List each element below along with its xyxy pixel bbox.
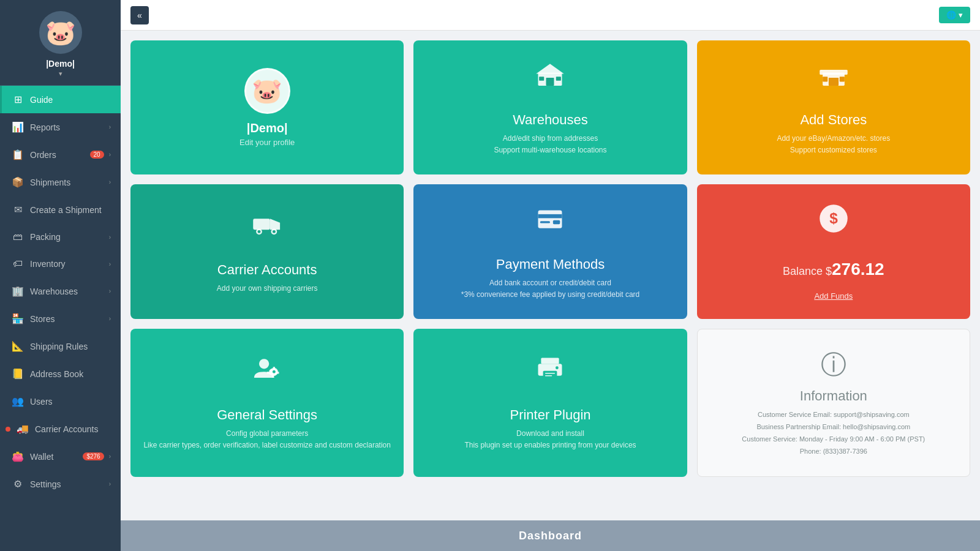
collapse-sidebar-button[interactable]: «	[130, 6, 149, 24]
add-stores-subtitle: Add your eBay/Amazon/etc. stores Support…	[777, 133, 890, 156]
settings-icon: ⚙	[12, 478, 24, 490]
general-settings-subtitle: Config global parameters Like carrier ty…	[143, 428, 391, 451]
wallet-badge: $276	[83, 452, 104, 460]
profile-name: |Demo|	[247, 121, 288, 135]
sidebar-item-label: Reports	[30, 122, 107, 132]
balance-card[interactable]: $ Balance $ 276.12 Add Funds	[697, 184, 970, 319]
warehouses-title: Warehouses	[513, 112, 588, 128]
chevron-right-icon: ›	[109, 261, 111, 268]
chevron-right-icon: ›	[109, 179, 111, 186]
sidebar-item-address-book[interactable]: 📒 Address Book	[0, 360, 121, 388]
sidebar-item-packing[interactable]: 🗃 Packing ›	[0, 223, 121, 250]
chevron-right-icon: ›	[109, 151, 111, 158]
sidebar-item-shipments[interactable]: 📦 Shipments ›	[0, 168, 121, 196]
sidebar-item-reports[interactable]: 📊 Reports ›	[0, 113, 121, 141]
chevron-right-icon: ›	[109, 124, 111, 130]
chevron-right-icon: ›	[109, 453, 111, 460]
sidebar-item-stores[interactable]: 🏪 Stores ›	[0, 305, 121, 332]
stores-icon	[818, 59, 850, 105]
svg-marker-11	[270, 219, 280, 230]
sidebar-item-label: Address Book	[30, 369, 111, 379]
profile-subtitle: Edit your profile	[239, 138, 295, 147]
sidebar-item-inventory[interactable]: 🏷 Inventory ›	[0, 250, 121, 277]
packing-icon: 🗃	[12, 231, 24, 242]
info-circle-icon: ⓘ	[821, 348, 846, 382]
topbar-right: 🌐 ▾	[939, 7, 970, 23]
sidebar-item-carrier-accounts[interactable]: 🚚 Carrier Accounts	[0, 415, 121, 443]
sidebar-item-settings[interactable]: ⚙ Settings ›	[0, 470, 121, 498]
printer-plugin-subtitle: Download and install This plugin set up …	[464, 428, 636, 451]
carrier-accounts-title: Carrier Accounts	[217, 262, 317, 278]
payment-methods-title: Payment Methods	[496, 257, 605, 272]
carrier-accounts-card[interactable]: Carrier Accounts Add your own shipping c…	[130, 184, 404, 319]
topbar: « 🌐 ▾	[121, 0, 980, 31]
balance-amount: 276.12	[832, 260, 884, 279]
svg-text:$: $	[829, 211, 838, 227]
add-funds-link[interactable]: Add Funds	[814, 291, 853, 301]
chevron-right-icon: ›	[109, 234, 111, 241]
bottombar: Dashboard	[121, 520, 980, 551]
dashboard-grid: 🐷 |Demo| Edit your profile Warehouses Ad…	[121, 31, 980, 520]
sidebar-item-label: Shipments	[30, 178, 107, 187]
general-settings-card[interactable]: General Settings Config global parameter…	[130, 329, 404, 476]
main-content: « 🌐 ▾ 🐷 |Demo| Edit your profile	[121, 0, 980, 551]
sidebar-item-label: Create a Shipment	[30, 205, 111, 215]
sidebar-item-label: Orders	[30, 150, 90, 160]
user-dropdown-icon[interactable]: ▾	[59, 70, 62, 78]
chevron-right-icon: ›	[109, 288, 111, 294]
profile-avatar: 🐷	[244, 68, 290, 114]
sidebar-item-orders[interactable]: 📋 Orders 20 ›	[0, 141, 121, 168]
sidebar-item-warehouses[interactable]: 🏢 Warehouses ›	[0, 277, 121, 305]
svg-rect-9	[840, 77, 845, 81]
sidebar-item-wallet[interactable]: 👛 Wallet $276 ›	[0, 443, 121, 470]
profile-card[interactable]: 🐷 |Demo| Edit your profile	[130, 40, 404, 174]
stores-icon: 🏪	[12, 313, 24, 324]
payment-icon	[534, 203, 566, 249]
sidebar-nav: ⊞ Guide 📊 Reports › 📋 Orders 20 › 📦 Ship…	[0, 86, 121, 551]
shipments-icon: 📦	[12, 176, 24, 188]
warehouses-icon: 🏢	[12, 285, 24, 297]
svg-point-15	[273, 230, 276, 233]
guide-icon: ⊞	[12, 94, 24, 105]
add-stores-title: Add Stores	[800, 112, 867, 128]
svg-rect-2	[546, 78, 554, 86]
general-settings-icon	[251, 354, 283, 400]
balance-icon: $	[818, 203, 850, 249]
payment-methods-subtitle: Add bank account or credit/debit card *3…	[461, 277, 640, 301]
printer-plugin-card[interactable]: Printer Plugin Download and install This…	[413, 329, 687, 476]
sidebar-item-shipping-rules[interactable]: 📐 Shipping Rules	[0, 332, 121, 360]
language-selector-button[interactable]: 🌐 ▾	[939, 7, 970, 23]
printer-plugin-title: Printer Plugin	[510, 407, 590, 423]
sidebar-item-label: Settings	[30, 479, 107, 489]
svg-rect-25	[541, 358, 559, 364]
sidebar-item-guide[interactable]: ⊞ Guide	[0, 86, 121, 113]
information-card[interactable]: ⓘ Information Customer Service Email: su…	[697, 329, 970, 476]
avatar: 🐷	[39, 11, 82, 54]
sidebar-item-users[interactable]: 👥 Users	[0, 388, 121, 415]
payment-methods-card[interactable]: Payment Methods Add bank account or cred…	[413, 184, 687, 319]
inventory-icon: 🏷	[12, 258, 24, 269]
svg-point-14	[258, 230, 261, 233]
carrier-accounts-subtitle: Add your own shipping carriers	[217, 283, 318, 294]
reports-icon: 📊	[12, 121, 24, 133]
create-shipment-icon: ✉	[12, 204, 24, 216]
sidebar-item-label: Carrier Accounts	[35, 424, 111, 434]
svg-rect-19	[553, 220, 560, 224]
carrier-dot-indicator	[6, 427, 10, 432]
information-details: Customer Service Email: support@shipsavi…	[742, 409, 925, 457]
sidebar-item-label: Packing	[30, 232, 107, 242]
svg-rect-3	[540, 77, 545, 81]
sidebar-item-label: Guide	[30, 95, 111, 105]
sidebar-item-create-shipment[interactable]: ✉ Create a Shipment	[0, 196, 121, 223]
svg-rect-8	[823, 77, 827, 81]
sidebar-item-label: Users	[30, 397, 111, 407]
svg-rect-18	[540, 221, 550, 223]
svg-rect-7	[829, 78, 839, 86]
balance-label: Balance $	[783, 265, 832, 278]
svg-point-22	[259, 359, 269, 369]
warehouse-icon	[534, 59, 566, 105]
warehouses-card[interactable]: Warehouses Add/edit ship from addresses …	[413, 40, 687, 174]
sidebar-item-label: Shipping Rules	[30, 342, 111, 351]
user-name: |Demo|	[46, 59, 75, 69]
add-stores-card[interactable]: Add Stores Add your eBay/Amazon/etc. sto…	[697, 40, 970, 174]
